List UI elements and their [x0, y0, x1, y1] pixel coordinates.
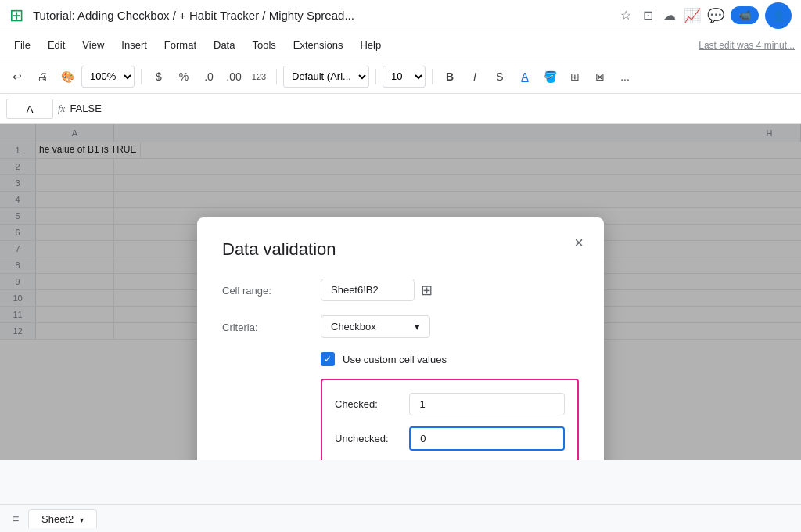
unchecked-label: Unchecked:	[335, 433, 397, 444]
toolbar-divider-1	[141, 69, 142, 84]
sheet-nav-menu[interactable]: ≡	[6, 509, 25, 528]
font-select[interactable]: Default (Ari...	[283, 66, 369, 88]
sheets-logo-icon: ⊞	[9, 5, 23, 26]
undo-button[interactable]: ↩	[6, 66, 28, 88]
avatar-icon: 👤	[772, 9, 785, 22]
title-bar-icons: ☆ ⊡ ☁	[618, 8, 677, 23]
cell-range-input-group: Sheet6!B2 ⊞	[321, 279, 579, 301]
dialog-close-button[interactable]: ×	[566, 230, 591, 255]
menu-tools[interactable]: Tools	[244, 36, 283, 54]
window-title: Tutorial: Adding Checkbox / + Habit Trac…	[33, 9, 612, 22]
meet-button[interactable]: 📹	[731, 6, 759, 24]
fx-icon: fx	[58, 102, 65, 115]
formula-bar: A fx	[0, 94, 801, 124]
toolbar-divider-3	[375, 69, 376, 84]
menu-view[interactable]: View	[74, 36, 112, 54]
criteria-dropdown[interactable]: Checkbox ▾	[321, 315, 430, 338]
checkbox-check-icon: ✓	[324, 354, 332, 365]
formula-input[interactable]	[70, 99, 795, 119]
menu-bar: File Edit View Insert Format Data Tools …	[0, 31, 801, 59]
cell-range-label: Cell range:	[222, 279, 308, 297]
toolbar: ↩ 🖨 🎨 100% $ % .0 .00 123 Default (Ari..…	[0, 59, 801, 94]
cloud-icon[interactable]: ☁	[662, 8, 677, 23]
toolbar-divider-2	[276, 69, 277, 84]
comment-icon[interactable]: 💬	[707, 7, 724, 24]
cell-ref-box[interactable]: A	[6, 99, 53, 119]
unchecked-value-row: Unchecked:	[335, 426, 565, 451]
meet-icon: 📹	[738, 9, 751, 21]
menu-help[interactable]: Help	[352, 36, 389, 54]
star-icon[interactable]: ☆	[618, 8, 634, 23]
custom-values-box: Checked: Unchecked:	[321, 379, 579, 460]
sheet-tabs: ≡ Sheet2 ▾	[0, 504, 801, 532]
strikethrough-button[interactable]: S	[489, 66, 511, 88]
use-custom-values-checkbox[interactable]: ✓	[321, 352, 335, 366]
grid-select-icon[interactable]: ⊞	[421, 282, 433, 299]
zoom-select[interactable]: 100%	[81, 66, 135, 88]
folder-icon[interactable]: ⊡	[640, 8, 656, 23]
last-edit-text[interactable]: Last edit was 4 minut...	[699, 40, 795, 51]
menu-edit[interactable]: Edit	[40, 36, 73, 54]
cell-range-value[interactable]: Sheet6!B2	[321, 279, 415, 301]
checked-input[interactable]	[409, 393, 565, 415]
menu-file[interactable]: File	[6, 36, 38, 54]
paint-format-button[interactable]: 🎨	[56, 66, 78, 88]
sheet2-tab-chevron: ▾	[80, 516, 84, 524]
print-button[interactable]: 🖨	[31, 66, 53, 88]
menu-format[interactable]: Format	[156, 36, 204, 54]
menu-data[interactable]: Data	[206, 36, 242, 54]
percent-button[interactable]: %	[173, 66, 195, 88]
criteria-control: Checkbox ▾	[321, 315, 579, 338]
sheet2-tab[interactable]: Sheet2 ▾	[28, 509, 97, 528]
chart-icon[interactable]: 📈	[684, 7, 701, 24]
font-size-select[interactable]: 10	[383, 66, 426, 88]
double-zero-button[interactable]: .00	[223, 66, 245, 88]
more-button[interactable]: ...	[614, 66, 636, 88]
sheet-area: A H 1 he value of B1 is TRUE 2 3 4 5 6 7…	[0, 124, 801, 460]
sheet2-tab-label: Sheet2	[41, 513, 74, 525]
top-right-buttons: 📈 💬 📹 👤	[684, 2, 792, 29]
unchecked-input[interactable]	[409, 426, 565, 451]
criteria-label: Criteria:	[222, 315, 308, 333]
checked-label: Checked:	[335, 398, 397, 410]
merge-button[interactable]: ⊠	[589, 66, 611, 88]
criteria-row: Criteria: Checkbox ▾	[222, 315, 579, 338]
decimal-zero-button[interactable]: .0	[198, 66, 220, 88]
text-color-button[interactable]: A	[514, 66, 536, 88]
menu-insert[interactable]: Insert	[113, 36, 155, 54]
toolbar-divider-4	[432, 69, 433, 84]
title-bar: ⊞ Tutorial: Adding Checkbox / + Habit Tr…	[0, 0, 801, 31]
fill-color-button[interactable]: 🪣	[539, 66, 561, 88]
criteria-value: Checkbox	[331, 321, 376, 332]
cell-range-row: Cell range: Sheet6!B2 ⊞	[222, 279, 579, 301]
dialog-title: Data validation	[222, 239, 579, 260]
format-123-button[interactable]: 123	[248, 66, 270, 88]
menu-extensions[interactable]: Extensions	[286, 36, 351, 54]
bold-button[interactable]: B	[439, 66, 461, 88]
avatar[interactable]: 👤	[765, 2, 792, 29]
borders-button[interactable]: ⊞	[564, 66, 586, 88]
use-custom-values-row: ✓ Use custom cell values	[321, 352, 579, 366]
checked-value-row: Checked:	[335, 393, 565, 415]
modal-overlay: Data validation × Cell range: Sheet6!B2 …	[0, 124, 801, 460]
italic-button[interactable]: I	[464, 66, 486, 88]
use-custom-values-label: Use custom cell values	[343, 354, 447, 365]
currency-button[interactable]: $	[148, 66, 170, 88]
criteria-chevron-icon: ▾	[415, 321, 420, 332]
cell-range-control: Sheet6!B2 ⊞	[321, 279, 579, 301]
data-validation-dialog: Data validation × Cell range: Sheet6!B2 …	[197, 217, 604, 460]
